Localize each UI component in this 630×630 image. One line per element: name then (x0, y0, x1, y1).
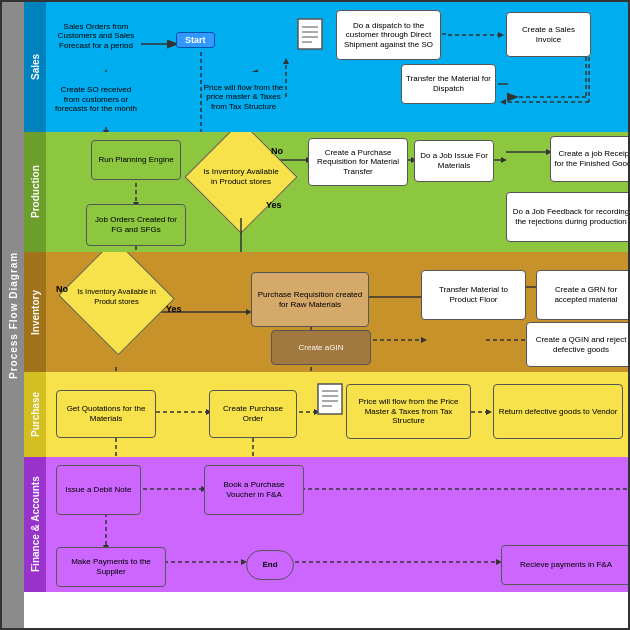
create-qgin-text: Create a QGIN and reject defective goods (530, 335, 628, 354)
prod-yes-label: Yes (266, 200, 282, 210)
sales-orders-box: Sales Orders from Customers and Sales Fo… (51, 7, 141, 65)
start-button[interactable]: Start (176, 32, 215, 48)
transfer-material-box: Transfer the Material for Dispatch (401, 64, 496, 104)
inv-no-label: No (56, 284, 68, 294)
book-voucher-box: Book a Purchase Voucher in F&A (204, 465, 304, 515)
issue-debit-text: Issue a Debit Note (66, 485, 132, 495)
purchase-body: Get Quotations for the Materials Create … (46, 372, 628, 457)
svg-marker-59 (486, 409, 492, 415)
get-quotations-text: Get Quotations for the Materials (60, 404, 152, 423)
purchase-section: Purchase Get Quotations for the (24, 372, 628, 457)
job-receipt-box: Create a job Receipt for the Finished Go… (550, 136, 628, 182)
prod-no-label: No (271, 146, 283, 156)
create-invoice-box: Create a Sales Invoice (506, 12, 591, 57)
inv-inventory-text: Is Inventory Available in Produt stores (77, 287, 156, 306)
purchase-req-raw-text: Purchase Requisition created for Raw Mat… (255, 290, 365, 309)
finance-body: Issue a Debit Note Book a Purchase Vouch… (46, 457, 628, 592)
job-feedback-text: Do a Job Feedback for recording the reje… (510, 207, 628, 226)
price-flow-box: Price will flow from the price master & … (196, 72, 291, 122)
pur-doc-svg (316, 382, 348, 420)
inventory-body: Is Inventory Available in Produt stores … (46, 252, 628, 372)
price-flow-text: Price will flow from the price master & … (199, 83, 288, 112)
sales-body: Sales Orders from Customers and Sales Fo… (46, 2, 628, 132)
finance-label-text: Finance & Accounts (30, 477, 41, 573)
job-receipt-text: Create a job Receipt for the Finished Go… (554, 149, 628, 168)
sales-section: Sales (24, 2, 628, 132)
doc-svg (296, 17, 328, 55)
job-feedback-box: Do a Job Feedback for recording the reje… (506, 192, 628, 242)
run-planning-text: Run Planning Engine (98, 155, 173, 165)
create-po-box: Create Purchase Order (209, 390, 297, 438)
finance-section: Finance & Accounts (24, 457, 628, 592)
job-orders-box: Job Orders Created for FG and SFGs (86, 204, 186, 246)
svg-marker-18 (500, 99, 506, 105)
purchase-doc-icon (316, 382, 348, 420)
svg-rect-8 (298, 19, 322, 49)
svg-marker-20 (283, 58, 289, 64)
create-agin-text: Create aGIN (299, 343, 344, 353)
recieve-payments-text: Recieve payments in F&A (520, 560, 612, 570)
left-label-text: Process Flow Diagram (8, 251, 19, 378)
create-qgin-box: Create a QGIN and reject defective goods (526, 322, 628, 367)
create-agin-box: Create aGIN (271, 330, 371, 365)
transfer-product-box: Transfer Material to Product Floor (421, 270, 526, 320)
production-section: Production (24, 132, 628, 252)
end-box: End (246, 550, 294, 580)
transfer-product-text: Transfer Material to Product Floor (425, 285, 522, 304)
pur-price-flow-box: Price will flow from the Price Master & … (346, 384, 471, 439)
inv-diamond-text: Is Inventory Available in Produt stores (74, 287, 159, 308)
sales-label: Sales (24, 2, 46, 132)
create-grn-text: Create a GRN for accepted material (540, 285, 628, 304)
recieve-payments-box: Recieve payments in F&A (501, 545, 628, 585)
get-quotations-box: Get Quotations for the Materials (56, 390, 156, 438)
return-defective-box: Return defective goods to Vendor (493, 384, 623, 439)
purchase-req-box: Create a Purchase Requisition for Materi… (308, 138, 408, 186)
prod-diamond-text: Is Inventory Available in Product stores (201, 167, 281, 188)
main-content: Sales (24, 2, 628, 628)
pur-price-flow-text: Price will flow from the Price Master & … (350, 397, 467, 426)
diagram-wrapper: Process Flow Diagram Sales (0, 0, 630, 630)
dispatch-box: Do a dispatch to the customer through Di… (336, 10, 441, 60)
sales-orders-text: Sales Orders from Customers and Sales Fo… (54, 22, 138, 51)
sales-label-text: Sales (30, 54, 41, 80)
inv-yes-label: Yes (166, 304, 182, 314)
production-label: Production (24, 132, 46, 252)
svg-rect-60 (318, 384, 342, 414)
purchase-req-raw-box: Purchase Requisition created for Raw Mat… (251, 272, 369, 327)
create-invoice-text: Create a Sales Invoice (510, 25, 587, 44)
job-issue-text: Do a Job Issue For Materials (418, 151, 490, 170)
end-text: End (262, 560, 277, 570)
return-defective-text: Return defective goods to Vendor (499, 407, 618, 417)
inv-inventory-diamond: Is Inventory Available in Produt stores (74, 257, 159, 337)
prod-inventory-text: Is Inventory Available in Product stores (203, 167, 278, 186)
dispatch-text: Do a dispatch to the customer through Di… (340, 21, 437, 50)
production-body: Run Planning Engine Job Orders Created f… (46, 132, 628, 252)
svg-marker-47 (421, 337, 427, 343)
main-left-label: Process Flow Diagram (2, 2, 24, 628)
make-payments-text: Make Payments to the Supplier (60, 557, 162, 576)
job-issue-box: Do a Job Issue For Materials (414, 140, 494, 182)
job-orders-text: Job Orders Created for FG and SFGs (90, 215, 182, 234)
purchase-label: Purchase (24, 372, 46, 457)
production-label-text: Production (30, 166, 41, 219)
svg-marker-14 (498, 32, 504, 38)
inventory-label-text: Inventory (30, 290, 41, 335)
finance-label: Finance & Accounts (24, 457, 46, 592)
inventory-section: Inventory (24, 252, 628, 372)
make-payments-box: Make Payments to the Supplier (56, 547, 166, 587)
inventory-label: Inventory (24, 252, 46, 372)
transfer-material-text: Transfer the Material for Dispatch (405, 74, 492, 93)
svg-marker-35 (501, 157, 507, 163)
create-po-text: Create Purchase Order (213, 404, 293, 423)
start-text: Start (185, 35, 206, 45)
create-grn-box: Create a GRN for accepted material (536, 270, 628, 320)
purchase-req-text: Create a Purchase Requisition for Materi… (312, 148, 404, 177)
document-icon (296, 17, 328, 55)
purchase-label-text: Purchase (30, 392, 41, 437)
create-so-text: Create SO received from customers or for… (54, 85, 138, 114)
book-voucher-text: Book a Purchase Voucher in F&A (208, 480, 300, 499)
create-so-box: Create SO received from customers or for… (51, 72, 141, 127)
issue-debit-box: Issue a Debit Note (56, 465, 141, 515)
run-planning-box: Run Planning Engine (91, 140, 181, 180)
